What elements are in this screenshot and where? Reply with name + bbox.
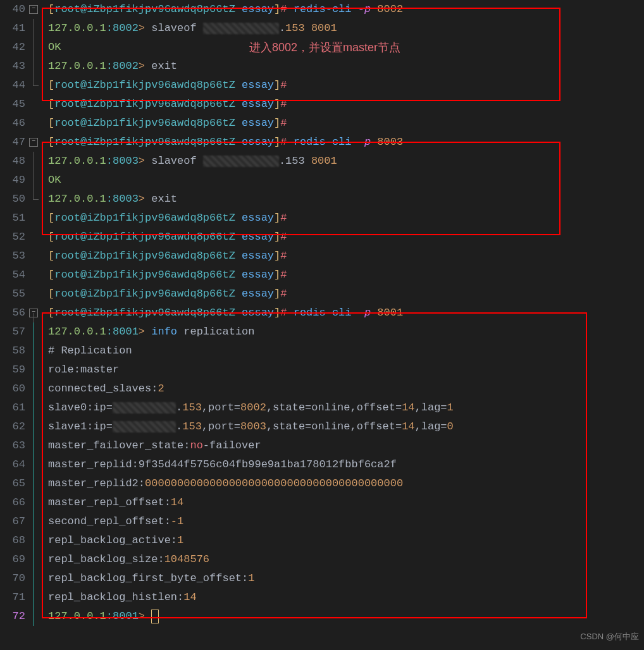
line-number: 50 — [0, 190, 28, 209]
line-number: 55 — [0, 285, 28, 304]
code-line[interactable]: 49 OK — [0, 171, 644, 190]
line-number: 57 — [0, 322, 28, 341]
code-line[interactable]: 46 [root@iZbp1fikjpv96awdq8p66tZ essay]# — [0, 114, 644, 133]
code-line[interactable]: 42 OK进入8002，并设置master节点 — [0, 38, 644, 57]
code-line[interactable]: 62 slave1:ip=.153,port=8003,state=online… — [0, 417, 644, 436]
line-number: 58 — [0, 341, 28, 360]
code-line[interactable]: 65 master_replid2:0000000000000000000000… — [0, 474, 644, 493]
code-line[interactable]: 57 127.0.0.1:8001> info replication — [0, 322, 644, 341]
code-line[interactable]: 43 127.0.0.1:8002> exit — [0, 57, 644, 76]
code-line[interactable]: 48 127.0.0.1:8003> slaveof .153 8001 — [0, 152, 644, 171]
line-number: 60 — [0, 379, 28, 398]
line-number: 59 — [0, 360, 28, 379]
code-line[interactable]: 72 127.0.0.1:8001> — [0, 607, 644, 626]
code-line[interactable]: 61 slave0:ip=.153,port=8002,state=online… — [0, 398, 644, 417]
line-number: 72 — [0, 607, 28, 626]
line-number: 47 — [0, 133, 28, 152]
code-line[interactable]: 56 − [root@iZbp1fikjpv96awdq8p66tZ essay… — [0, 304, 644, 322]
line-number: 53 — [0, 247, 28, 266]
line-number: 67 — [0, 512, 28, 531]
censored-ip — [203, 156, 279, 167]
line-number: 43 — [0, 57, 28, 76]
line-number: 49 — [0, 171, 28, 190]
fold-gutter[interactable]: − — [28, 0, 40, 19]
line-number: 40 — [0, 0, 28, 19]
line-number: 69 — [0, 550, 28, 569]
line-number: 61 — [0, 398, 28, 417]
line-number: 65 — [0, 474, 28, 493]
code-line[interactable]: 45 [root@iZbp1fikjpv96awdq8p66tZ essay]# — [0, 95, 644, 114]
code-line[interactable]: 58 # Replication — [0, 341, 644, 360]
code-content[interactable]: [root@iZbp1fikjpv96awdq8p66tZ essay]# re… — [40, 0, 644, 19]
censored-ip — [113, 421, 176, 432]
line-number: 54 — [0, 266, 28, 285]
code-line[interactable]: 59 role:master — [0, 360, 644, 379]
line-number: 71 — [0, 588, 28, 607]
fold-minus-icon[interactable]: − — [29, 309, 38, 317]
watermark: CSDN @何中应 — [580, 627, 639, 646]
code-line[interactable]: 41 127.0.0.1:8002> slaveof .153 8001 — [0, 19, 644, 38]
line-number: 63 — [0, 436, 28, 455]
line-number: 68 — [0, 531, 28, 550]
code-line[interactable]: 63 master_failover_state:no-failover — [0, 436, 644, 455]
code-line[interactable]: 50 127.0.0.1:8003> exit — [0, 190, 644, 209]
code-line[interactable]: 70 repl_backlog_first_byte_offset:1 — [0, 569, 644, 588]
code-line[interactable]: 44 [root@iZbp1fikjpv96awdq8p66tZ essay]# — [0, 76, 644, 95]
line-number: 46 — [0, 114, 28, 133]
line-number: 64 — [0, 455, 28, 474]
line-number: 41 — [0, 19, 28, 38]
annotation-text: 进入8002，并设置master节点 — [249, 38, 400, 57]
line-number: 45 — [0, 95, 28, 114]
code-line[interactable]: 66 master_repl_offset:14 — [0, 493, 644, 512]
line-number: 70 — [0, 569, 28, 588]
code-line[interactable]: 64 master_replid:9f35d44f5756c04fb99e9a1… — [0, 455, 644, 474]
code-line[interactable]: 67 second_repl_offset:-1 — [0, 512, 644, 531]
code-line[interactable]: 60 connected_slaves:2 — [0, 379, 644, 398]
code-line[interactable]: 40 − [root@iZbp1fikjpv96awdq8p66tZ essay… — [0, 0, 644, 19]
line-number: 62 — [0, 417, 28, 436]
code-line[interactable]: 54[root@iZbp1fikjpv96awdq8p66tZ essay]# — [0, 266, 644, 285]
code-line[interactable]: 53[root@iZbp1fikjpv96awdq8p66tZ essay]# — [0, 247, 644, 266]
code-line[interactable]: 47 − [root@iZbp1fikjpv96awdq8p66tZ essay… — [0, 133, 644, 152]
censored-ip — [203, 23, 279, 34]
censored-ip — [113, 402, 176, 414]
line-number: 52 — [0, 228, 28, 247]
line-number: 51 — [0, 209, 28, 228]
code-line[interactable]: 55[root@iZbp1fikjpv96awdq8p66tZ essay]# — [0, 285, 644, 304]
line-number: 48 — [0, 152, 28, 171]
code-editor: 40 − [root@iZbp1fikjpv96awdq8p66tZ essay… — [0, 0, 644, 650]
code-line[interactable]: 68 repl_backlog_active:1 — [0, 531, 644, 550]
line-number: 66 — [0, 493, 28, 512]
line-number: 44 — [0, 76, 28, 95]
text-cursor — [151, 610, 159, 623]
code-line[interactable]: 71 repl_backlog_histlen:14 — [0, 588, 644, 607]
line-number: 42 — [0, 38, 28, 57]
code-line[interactable]: 51[root@iZbp1fikjpv96awdq8p66tZ essay]# — [0, 209, 644, 228]
code-line[interactable]: 69 repl_backlog_size:1048576 — [0, 550, 644, 569]
fold-minus-icon[interactable]: − — [29, 138, 38, 147]
fold-minus-icon[interactable]: − — [29, 5, 38, 14]
line-number: 56 — [0, 304, 28, 322]
code-line[interactable]: 52[root@iZbp1fikjpv96awdq8p66tZ essay]# — [0, 228, 644, 247]
